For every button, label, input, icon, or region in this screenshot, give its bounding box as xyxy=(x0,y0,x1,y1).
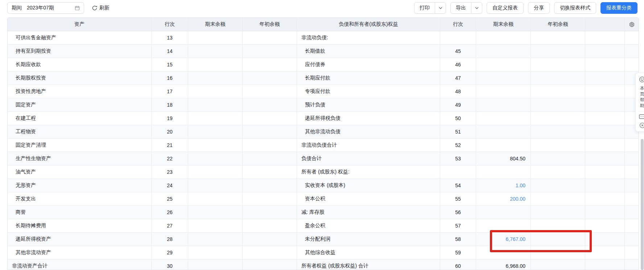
liability-ending-cell xyxy=(476,71,531,85)
liability-line-cell xyxy=(440,165,476,179)
liability-line-cell: 47 xyxy=(440,71,476,85)
liability-ending-cell[interactable]: 1.00 xyxy=(476,179,531,192)
liability-name-cell: 未分配利润 xyxy=(297,233,440,246)
asset-ending-cell xyxy=(188,179,243,192)
spacer-cell xyxy=(585,206,625,219)
asset-line-cell: 27 xyxy=(152,219,188,232)
asset-ending-cell xyxy=(188,246,243,259)
refresh-button[interactable]: 刷新 xyxy=(92,5,110,11)
print-dropdown-arrow[interactable] xyxy=(435,3,446,13)
column-settings-icon[interactable] xyxy=(625,18,639,31)
liability-beginning-cell xyxy=(531,31,585,44)
period-picker[interactable]: 期间 2023年07期 xyxy=(7,2,84,14)
spacer-cell xyxy=(585,192,625,205)
export-dropdown-arrow[interactable] xyxy=(471,3,482,13)
icon-spacer-cell xyxy=(625,31,639,44)
icon-spacer-cell xyxy=(625,192,639,205)
share-button[interactable]: 分享 xyxy=(528,2,550,14)
asset-beginning-cell xyxy=(243,71,297,85)
spacer-cell xyxy=(585,233,625,246)
asset-ending-cell xyxy=(188,206,243,219)
asset-name-cell: 生产性生物资产 xyxy=(8,152,152,165)
asset-line-cell: 16 xyxy=(152,71,188,85)
asset-name: 固定资产 xyxy=(16,102,36,108)
asset-line-cell: 23 xyxy=(152,165,188,179)
asset-beginning-cell xyxy=(243,125,297,138)
asset-line-cell: 25 xyxy=(152,192,188,205)
liability-name-cell: 其他非流动负债 xyxy=(297,125,440,138)
liability-beginning-cell xyxy=(531,71,585,85)
asset-beginning-cell xyxy=(243,139,297,152)
header-liability: 负债和所有者(或股东)权益 xyxy=(297,18,440,31)
liability-name-cell: 非流动负债: xyxy=(297,31,440,44)
widget-divider xyxy=(638,111,644,111)
spacer-cell xyxy=(585,58,625,71)
spacer-cell xyxy=(585,152,625,165)
asset-ending-cell xyxy=(188,125,243,138)
liability-ending-cell[interactable]: 200.00 xyxy=(476,192,531,205)
liability-ending-cell xyxy=(476,85,531,98)
asset-ending-cell xyxy=(188,165,243,179)
asset-beginning-cell xyxy=(243,179,297,192)
asset-name-cell: 长期应收款 xyxy=(8,58,152,71)
period-value: 2023年07期 xyxy=(27,5,75,11)
liability-beginning-cell xyxy=(531,259,585,270)
header-asset-ending: 期末余额 xyxy=(188,18,243,31)
spacer-cell xyxy=(585,98,625,111)
refresh-icon xyxy=(92,5,97,11)
export-split-button: 导出 xyxy=(450,2,482,14)
table-row: 长期应收款 15 应付债券 46 xyxy=(8,58,639,71)
reclassify-button[interactable]: 报表重分类 xyxy=(600,2,637,14)
custom-report-button[interactable]: 自定义报表 xyxy=(487,2,524,14)
balance-sheet-table: 资产 行次 期末余额 年初余额 负债和所有者(或股东)权益 行次 期末余额 年初… xyxy=(7,17,639,270)
table-header: 资产 行次 期末余额 年初余额 负债和所有者(或股东)权益 行次 期末余额 年初… xyxy=(8,18,639,31)
asset-name-cell: 油气资产 xyxy=(8,165,152,179)
icon-spacer-cell xyxy=(625,233,639,246)
liability-line-cell: 55 xyxy=(440,192,476,205)
liability-beginning-cell xyxy=(531,152,585,165)
help-widget-label[interactable]: 本页帮助 xyxy=(640,85,644,109)
table-row: 在建工程 19 递延所得税负债 50 xyxy=(8,112,639,125)
asset-name: 可供出售金融资产 xyxy=(16,34,56,41)
liability-name: 专项应付款 xyxy=(305,88,330,95)
header-liability-ending: 期末余额 xyxy=(476,18,531,31)
liability-ending-cell[interactable]: 6,767.00 xyxy=(476,233,531,246)
table-row: 开发支出 25 资本公积 55 200.00 xyxy=(8,192,639,206)
toolbar: 期间 2023年07期 刷新 打印 导出 xyxy=(0,0,644,16)
asset-name-cell: 投资性房地产 xyxy=(8,85,152,98)
asset-line-cell: 13 xyxy=(152,31,188,44)
asset-name-cell: 其他非流动资产 xyxy=(8,246,152,259)
toolbar-actions: 打印 导出 自定义报表 分享 切换报表样式 报表重分类 xyxy=(414,2,637,14)
export-button[interactable]: 导出 xyxy=(451,3,471,13)
table-row: 固定资产 18 预计负债 49 xyxy=(8,98,639,112)
close-circle-icon[interactable] xyxy=(639,122,644,128)
liability-name: 盈余公积 xyxy=(305,222,325,229)
vertical-scrollbar-thumb[interactable] xyxy=(641,139,644,270)
icon-spacer-cell xyxy=(625,246,639,259)
liability-name-cell: 其他综合收益 xyxy=(297,246,440,259)
spacer-cell xyxy=(585,125,625,138)
liability-ending-cell xyxy=(476,58,531,71)
asset-beginning-cell xyxy=(243,58,297,71)
spacer-cell xyxy=(585,179,625,192)
table-row: 生产性生物资产 22 负债合计 53 804.50 xyxy=(8,152,639,165)
spacer-cell xyxy=(585,219,625,232)
guide-icon[interactable] xyxy=(639,76,644,83)
liability-beginning-cell xyxy=(531,85,585,98)
feedback-message-icon[interactable] xyxy=(639,114,644,120)
liability-line-cell: 57 xyxy=(440,219,476,232)
liability-ending-cell xyxy=(476,98,531,111)
asset-line-cell: 17 xyxy=(152,85,188,98)
asset-name-cell: 开发支出 xyxy=(8,192,152,205)
liability-name: 所有者 (或股东) 权益: xyxy=(301,169,350,175)
asset-name: 持有至到期投资 xyxy=(16,48,51,54)
switch-style-button[interactable]: 切换报表样式 xyxy=(554,2,596,14)
asset-line-cell: 20 xyxy=(152,125,188,138)
spacer-cell xyxy=(585,112,625,125)
liability-ending-cell xyxy=(476,125,531,138)
print-button[interactable]: 打印 xyxy=(414,3,435,13)
asset-name: 投资性房地产 xyxy=(16,88,46,95)
liability-name-cell: 应付债券 xyxy=(297,58,440,71)
chevron-down-icon xyxy=(475,7,479,9)
table-row: 其他非流动资产 29 其他综合收益 59 xyxy=(8,246,639,259)
